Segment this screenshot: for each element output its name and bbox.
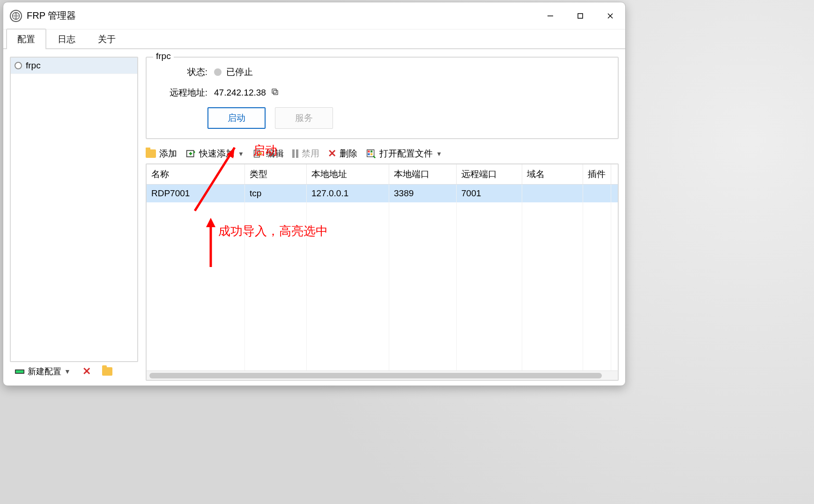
svg-rect-15 (370, 153, 372, 155)
caret-down-icon: ▼ (64, 368, 71, 375)
sidebar-toolbar: 新建配置 ▼ ✕ (10, 362, 138, 381)
caret-down-icon: ▼ (436, 150, 442, 157)
status-indicator-icon (214, 68, 222, 76)
groupbox-legend: frpc (153, 51, 174, 61)
maximize-button[interactable] (565, 2, 595, 30)
status-groupbox: frpc 状态: 已停止 远程地址: 47.242.12.38 (146, 57, 619, 139)
copy-icon[interactable] (271, 88, 279, 98)
caret-down-icon: ▼ (238, 150, 244, 157)
status-value: 已停止 (226, 66, 253, 78)
tab-log[interactable]: 日志 (46, 29, 87, 49)
cell-remote-port: 7001 (457, 185, 522, 202)
svg-rect-6 (16, 370, 23, 372)
cell-local-addr: 127.0.0.1 (307, 185, 389, 202)
minimize-button[interactable] (535, 2, 565, 30)
col-local-addr[interactable]: 本地地址 (307, 164, 389, 184)
table-row[interactable]: RDP7001 tcp 127.0.0.1 3389 7001 (147, 185, 618, 202)
app-icon (10, 10, 22, 22)
delete-label: 删除 (340, 148, 357, 160)
tab-about[interactable]: 关于 (87, 29, 127, 49)
svg-rect-14 (368, 153, 370, 155)
delete-config-button[interactable]: ✕ (78, 364, 95, 379)
cell-type: tcp (245, 185, 307, 202)
col-remote-port[interactable]: 远程端口 (457, 164, 522, 184)
table-body[interactable]: RDP7001 tcp 127.0.0.1 3389 7001 (147, 185, 618, 371)
col-type[interactable]: 类型 (245, 164, 307, 184)
new-config-label: 新建配置 (28, 366, 61, 377)
titlebar: FRP 管理器 (3, 2, 625, 30)
window-controls (535, 2, 625, 30)
delete-button[interactable]: ✕ 删除 (328, 148, 357, 160)
svg-rect-13 (370, 150, 372, 152)
config-list[interactable]: frpc (10, 57, 138, 362)
app-window: FRP 管理器 配置 日志 关于 frpc (3, 2, 626, 386)
scrollbar-thumb[interactable] (149, 373, 602, 378)
addr-value: 47.242.12.38 (214, 88, 266, 98)
svg-rect-8 (272, 89, 276, 93)
folder-add-icon (146, 149, 156, 158)
horizontal-scrollbar[interactable] (147, 371, 618, 380)
svg-rect-12 (368, 150, 370, 152)
x-icon: ✕ (82, 365, 91, 378)
col-local-port[interactable]: 本地端口 (389, 164, 457, 184)
close-button[interactable] (595, 2, 625, 30)
col-domain[interactable]: 域名 (522, 164, 583, 184)
cell-domain (522, 185, 583, 202)
grid-lines (147, 185, 618, 371)
start-button[interactable]: 启动 (207, 107, 266, 129)
col-plugin[interactable]: 插件 (583, 164, 611, 184)
open-config-icon (366, 148, 376, 159)
disable-button[interactable]: 禁用 (292, 148, 319, 160)
config-name: frpc (26, 60, 41, 71)
service-button[interactable]: 服务 (275, 107, 333, 129)
quick-add-button[interactable]: 快速添加 ▼ (185, 148, 244, 160)
cell-name: RDP7001 (147, 185, 245, 202)
table-header: 名称 类型 本地地址 本地端口 远程端口 域名 插件 (147, 164, 618, 185)
table-toolbar: 添加 快速添加 ▼ 编辑 禁用 (146, 145, 619, 163)
quick-add-label: 快速添加 (199, 148, 235, 160)
drive-icon (15, 366, 25, 377)
cell-plugin (583, 185, 611, 202)
svg-rect-7 (274, 90, 278, 95)
config-list-item[interactable]: frpc (11, 58, 137, 74)
edit-label: 编辑 (266, 148, 284, 160)
add-button[interactable]: 添加 (146, 148, 177, 160)
edit-button[interactable]: 编辑 (252, 148, 284, 160)
delete-icon: ✕ (328, 148, 336, 160)
col-name[interactable]: 名称 (147, 164, 245, 184)
open-config-label: 打开配置文件 (379, 148, 433, 160)
sidebar: frpc 新建配置 ▼ ✕ (10, 57, 138, 381)
cell-local-port: 3389 (389, 185, 457, 202)
tab-config[interactable]: 配置 (6, 29, 46, 49)
open-config-button[interactable]: 打开配置文件 ▼ (366, 148, 442, 160)
svg-rect-2 (578, 14, 583, 18)
folder-icon (102, 367, 112, 376)
status-dot-icon (15, 62, 22, 69)
add-label: 添加 (159, 148, 177, 160)
rules-table: 名称 类型 本地地址 本地端口 远程端口 域名 插件 RDP7001 tcp 1… (146, 163, 619, 381)
open-folder-button[interactable] (99, 364, 116, 379)
pause-icon (292, 149, 298, 158)
edit-icon (252, 148, 263, 159)
main-pane: frpc 状态: 已停止 远程地址: 47.242.12.38 (146, 57, 619, 381)
status-label: 状态: (167, 66, 207, 78)
new-config-button[interactable]: 新建配置 ▼ (11, 364, 74, 379)
disable-label: 禁用 (302, 148, 319, 160)
body: frpc 新建配置 ▼ ✕ frpc 状态: (3, 49, 625, 385)
quick-add-icon (185, 148, 196, 159)
tab-bar: 配置 日志 关于 (3, 30, 625, 49)
window-title: FRP 管理器 (27, 9, 76, 22)
addr-label: 远程地址: (167, 87, 207, 99)
